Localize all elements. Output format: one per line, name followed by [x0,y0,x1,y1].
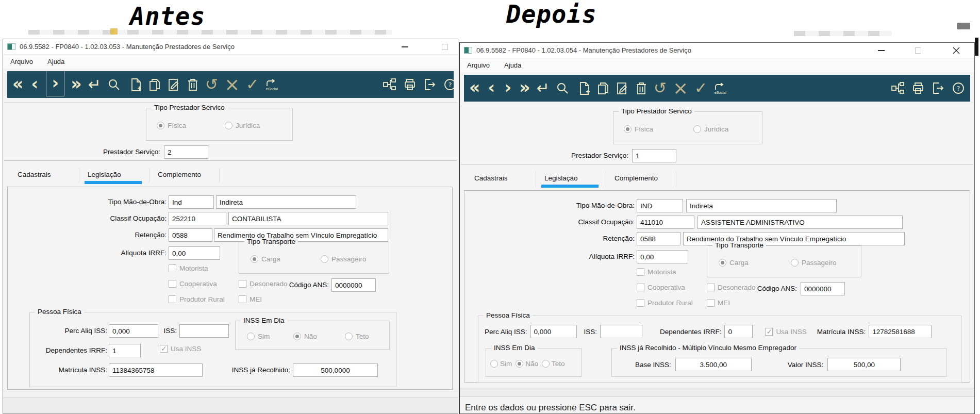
confirm-button[interactable]: ✓ [694,77,707,100]
copy-document-button[interactable] [148,73,161,96]
radio-juridica[interactable]: Jurídica [693,125,728,133]
next-button[interactable]: › [46,71,64,96]
radio-nao[interactable]: Não [516,360,538,368]
prestador-servico-input[interactable]: 1 [632,149,676,162]
checkbox-motorista[interactable]: Motorista [637,268,676,276]
retencao-code-input[interactable]: 0588 [169,228,212,242]
retencao-desc-input[interactable]: Rendimento do Trabalho sem Vínculo Empre… [214,228,388,242]
radio-nao[interactable]: Não [293,333,317,340]
enter-button[interactable]: ↵ [537,77,550,100]
checkbox-usa-inss[interactable]: Usa INSS [765,328,806,336]
edit-document-button[interactable] [168,73,180,96]
tab-complemento[interactable]: Complemento [606,172,676,187]
hierarchy-button[interactable] [891,77,905,100]
edit-document-button[interactable] [616,77,629,100]
tipo-mao-code-input[interactable]: IND [637,199,683,212]
base-inss-input[interactable]: 3.500,00 [675,358,752,371]
delete-button[interactable] [635,77,647,100]
esocial-button[interactable]: eSocial [713,77,727,100]
maximize-button[interactable] [434,39,456,54]
undo-button[interactable]: ↺ [205,73,218,96]
radio-sim[interactable]: Sim [247,333,270,340]
cancel-button[interactable]: × [673,77,688,100]
checkbox-motorista[interactable]: Motorista [169,264,208,272]
checkbox-mei[interactable]: MEI [707,299,730,307]
codigo-ans-input[interactable]: 0000000 [801,282,845,295]
next-button[interactable]: › [503,76,513,98]
radio-passageiro[interactable]: Passageiro [791,259,837,267]
radio-carga[interactable]: Carga [719,259,749,267]
enter-button[interactable]: ↵ [88,73,101,96]
copy-document-button[interactable] [597,77,610,100]
dependentes-irrf-input[interactable]: 0 [724,325,753,338]
last-button[interactable]: » [71,72,81,95]
search-button[interactable] [556,77,569,100]
iss-input[interactable] [600,325,642,338]
esocial-button[interactable]: eSocial [265,73,278,96]
radio-passageiro[interactable]: Passageiro [321,255,367,263]
aliquota-input[interactable]: 0,00 [169,246,220,260]
matricula-inss-input[interactable]: 11384365758 [109,363,203,377]
tab-cadastrais[interactable]: Cadastrais [466,172,536,187]
previous-button[interactable]: ‹ [29,72,40,95]
help-button[interactable]: ? [952,77,965,100]
classif-desc-input[interactable]: ASSISTENTE ADMINISTRATIVO [697,216,903,229]
aliquota-input[interactable]: 0,00 [637,250,688,263]
classif-code-input[interactable]: 252210 [169,212,226,225]
dependentes-irrf-input[interactable]: 1 [109,344,141,357]
classif-desc-input[interactable]: CONTABILISTA [228,212,388,225]
matricula-inss-input[interactable]: 12782581688 [869,325,932,338]
tipo-mao-desc-input[interactable]: Indireta [216,195,356,209]
checkbox-produtor-rural[interactable]: Produtor Rural [169,295,225,303]
checkbox-usa-inss[interactable]: Usa INSS [160,345,201,353]
checkbox-produtor-rural[interactable]: Produtor Rural [637,299,693,307]
radio-teto[interactable]: Teto [345,333,369,340]
radio-sim[interactable]: Sim [490,360,512,368]
print-button[interactable] [911,77,925,100]
menu-ajuda[interactable]: Ajuda [504,61,521,69]
search-button[interactable] [107,73,121,96]
iss-input[interactable] [179,324,229,338]
tab-cadastrais[interactable]: Cadastrais [9,168,79,183]
maximize-button[interactable] [907,43,929,58]
checkbox-cooperativa[interactable]: Cooperativa [637,284,685,291]
inss-recolhido-input[interactable]: 500,0000 [293,363,378,377]
checkbox-cooperativa[interactable]: Cooperativa [169,280,217,288]
first-button[interactable]: « [469,76,480,98]
classif-code-input[interactable]: 411010 [637,216,694,229]
new-document-button[interactable] [130,73,142,96]
tab-legislacao[interactable]: Legislação [79,168,150,183]
help-button[interactable]: ? [443,73,454,96]
first-button[interactable]: « [12,72,23,95]
minimize-button[interactable] [870,43,892,58]
cancel-button[interactable]: × [224,73,240,96]
radio-fisica[interactable]: Física [157,122,186,129]
prestador-servico-input[interactable]: 2 [164,145,208,159]
delete-button[interactable] [187,73,199,96]
menu-arquivo[interactable]: Arquivo [467,61,490,69]
radio-teto[interactable]: Teto [542,360,565,368]
minimize-button[interactable] [394,39,416,54]
perc-aliq-iss-input[interactable]: 0,000 [530,325,577,338]
close-button[interactable] [945,43,967,58]
tab-legislacao[interactable]: Legislação [536,172,606,187]
menu-ajuda[interactable]: Ajuda [47,58,64,65]
radio-juridica[interactable]: Jurídica [225,122,260,129]
hierarchy-button[interactable] [383,73,396,96]
radio-fisica[interactable]: Física [624,125,653,133]
tipo-mao-desc-input[interactable]: Indireta [686,199,837,212]
codigo-ans-input[interactable]: 0000000 [331,278,376,292]
retencao-code-input[interactable]: 0588 [637,232,680,245]
exit-button[interactable] [423,73,437,96]
new-document-button[interactable] [578,77,591,100]
valor-inss-input[interactable]: 500,00 [827,358,901,371]
last-button[interactable]: » [519,76,530,98]
menu-arquivo[interactable]: Arquivo [10,58,33,65]
previous-button[interactable]: ‹ [486,76,496,98]
undo-button[interactable]: ↺ [654,77,667,100]
confirm-button[interactable]: ✓ [246,73,259,96]
exit-button[interactable] [932,77,945,100]
tab-complemento[interactable]: Complemento [150,168,220,183]
print-button[interactable] [403,73,417,96]
checkbox-mei[interactable]: MEI [239,295,262,303]
